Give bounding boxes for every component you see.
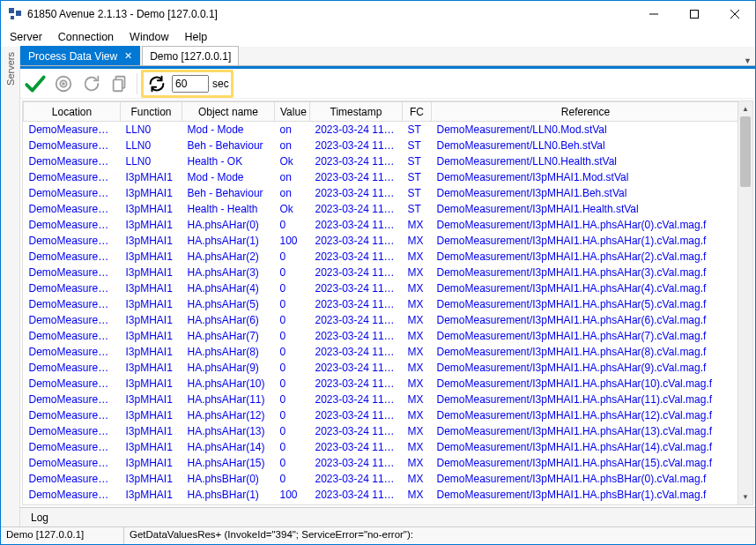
column-header[interactable]: FC [403,102,432,122]
table-row[interactable]: DemoMeasurementI3pMHAI1HA.phsAHar(10)020… [24,376,738,392]
refresh-button[interactable] [78,71,105,97]
svg-rect-0 [9,8,14,13]
table-cell: I3pMHAI1 [121,249,182,265]
table-row[interactable]: DemoMeasurementI3pMHAI1HA.phsAHar(5)0202… [24,296,738,312]
table-row[interactable]: DemoMeasurementI3pMHAI1Mod - Modeon2023-… [24,169,738,185]
table-row[interactable]: DemoMeasurementI3pMHAI1HA.phsAHar(8)0202… [24,344,738,360]
table-cell: I3pMHAI1 [121,376,182,392]
table-cell: MX [403,312,432,328]
table-cell: I3pMHAI1 [121,344,182,360]
table-cell: 2023-03-24 11:38:... [310,138,403,153]
table-cell: I3pMHAI1 [121,265,182,280]
table-cell: 2023-03-24 11:38:... [310,392,403,407]
table-cell: DemoMeasurement/I3pMHAI1.HA.phsAHar(4).c… [432,280,738,296]
table-row[interactable]: DemoMeasurementI3pMHAI1Beh - Behaviouron… [24,185,738,201]
minimize-button[interactable] [634,1,674,27]
table-cell: MX [403,471,432,487]
log-panel-header[interactable]: Log [20,507,755,526]
table-row[interactable]: DemoMeasurementLLN0Beh - Behaviouron2023… [24,138,738,153]
table-row[interactable]: DemoMeasurementI3pMHAI1HA.phsAHar(7)0202… [24,328,738,344]
toolbar-separator [137,73,137,94]
table-row[interactable]: DemoMeasurementI3pMHAI1HA.phsBHar(1)1002… [24,487,738,503]
table-cell: 2023-03-24 11:38:... [310,169,403,185]
table-row[interactable]: DemoMeasurementLLN0Health - OKOk2023-03-… [24,153,738,169]
table-cell: 0 [275,471,310,487]
table-cell: I3pMHAI1 [121,169,182,185]
column-header[interactable]: Location [24,102,121,122]
titlebar: 61850 Avenue 2.1.13 - Demo [127.0.0.1] [1,1,755,27]
column-header[interactable]: Function [121,102,182,122]
column-header[interactable]: Object name [182,102,275,122]
table-cell: DemoMeasurement [24,153,121,169]
table-cell: ST [403,169,432,185]
table-cell: DemoMeasurement/I3pMHAI1.HA.phsAHar(6).c… [432,312,738,328]
table-row[interactable]: DemoMeasurementI3pMHAI1HA.phsAHar(1)1002… [24,233,738,249]
copy-button[interactable] [107,71,133,97]
table-cell: HA.phsAHar(3) [182,265,275,280]
table-cell: 2023-03-24 11:38:... [310,265,403,280]
table-cell: DemoMeasurement/I3pMHAI1.HA.phsAHar(5).c… [432,296,738,312]
apply-button[interactable] [22,71,48,97]
table-cell: Health - OK [182,153,275,169]
tab-demo-connection[interactable]: Demo [127.0.0.1] [142,46,239,65]
target-button[interactable] [50,71,77,97]
scroll-up-icon[interactable]: ▲ [738,101,752,116]
table-cell: DemoMeasurement/I3pMHAI1.HA.phsAHar(11).… [432,392,738,407]
table-row[interactable]: DemoMeasurementI3pMHAI1HA.phsAHar(6)0202… [24,312,738,328]
close-button[interactable] [715,1,755,27]
tab-overflow-icon[interactable]: ▼ [744,56,752,65]
table-row[interactable]: DemoMeasurementI3pMHAI1HA.phsAHar(9)0202… [24,360,738,376]
column-header[interactable]: Timestamp [310,102,403,122]
table-row[interactable]: DemoMeasurementI3pMHAI1HA.phsAHar(0)0202… [24,217,738,233]
table-row[interactable]: DemoMeasurementI3pMHAI1Health - HealthOk… [24,201,738,217]
table-row[interactable]: DemoMeasurementI3pMHAI1HA.phsAHar(12)020… [24,407,738,423]
column-header[interactable]: Reference [432,102,738,122]
table-cell: 2023-03-24 11:38:... [310,280,403,296]
table-cell: MX [403,487,432,503]
table-row[interactable]: DemoMeasurementI3pMHAI1HA.phsAHar(11)020… [24,392,738,407]
svg-rect-1 [16,11,21,16]
table-cell: DemoMeasurement/I3pMHAI1.HA.phsAHar(2).c… [432,249,738,265]
data-grid: LocationFunctionObject nameValueTimestam… [22,101,753,505]
scroll-down-icon[interactable]: ▼ [738,489,752,504]
table-cell: DemoMeasurement [24,487,121,503]
side-tab-label: Servers [5,52,16,86]
table-cell: ST [403,201,432,217]
column-header[interactable]: Value [275,102,310,122]
table-cell: DemoMeasurement [24,185,121,201]
toolbar: sec [20,69,755,99]
table-row[interactable]: DemoMeasurementI3pMHAI1HA.phsAHar(13)020… [24,423,738,439]
menu-window[interactable]: Window [130,31,168,43]
table-row[interactable]: DemoMeasurementI3pMHAI1HA.phsAHar(4)0202… [24,280,738,296]
menu-server[interactable]: Server [10,31,42,43]
tab-process-data-view[interactable]: Process Data View ✕ [20,46,140,65]
table-cell: 2023-03-24 11:38:... [310,312,403,328]
table-row[interactable]: DemoMeasurementI3pMHAI1HA.phsAHar(2)0202… [24,249,738,265]
table-cell: DemoMeasurement/I3pMHAI1.HA.phsAHar(8).c… [432,344,738,360]
table-cell: 0 [275,360,310,376]
table-cell: MX [403,407,432,423]
table-cell: MX [403,344,432,360]
table-cell: DemoMeasurement/I3pMHAI1.HA.phsAHar(10).… [432,376,738,392]
menu-help[interactable]: Help [185,31,208,43]
side-tab-servers[interactable]: Servers [1,47,20,526]
table-cell: 2023-03-24 11:38:... [310,122,403,138]
menu-connection[interactable]: Connection [58,31,114,43]
table-row[interactable]: DemoMeasurementLLN0Mod - Modeon2023-03-2… [24,122,738,138]
table-row[interactable]: DemoMeasurementI3pMHAI1HA.phsBHar(0)0202… [24,471,738,487]
vertical-scrollbar[interactable]: ▲ ▼ [737,101,752,504]
tab-label: Process Data View [28,50,117,63]
tab-close-icon[interactable]: ✕ [124,50,132,62]
auto-refresh-button[interactable] [145,72,168,95]
table-cell: DemoMeasurement [24,471,121,487]
table-row[interactable]: DemoMeasurementI3pMHAI1HA.phsAHar(3)0202… [24,265,738,280]
maximize-button[interactable] [674,1,715,27]
table-row[interactable]: DemoMeasurementI3pMHAI1HA.phsAHar(15)020… [24,455,738,471]
table-cell: LLN0 [121,153,182,169]
scroll-thumb[interactable] [740,116,751,187]
table-cell: I3pMHAI1 [121,439,182,455]
refresh-interval-input[interactable] [172,75,209,93]
table-cell: HA.phsAHar(11) [182,392,275,407]
table-row[interactable]: DemoMeasurementI3pMHAI1HA.phsAHar(14)020… [24,439,738,455]
table-cell: DemoMeasurement/I3pMHAI1.HA.phsAHar(7).c… [432,328,738,344]
